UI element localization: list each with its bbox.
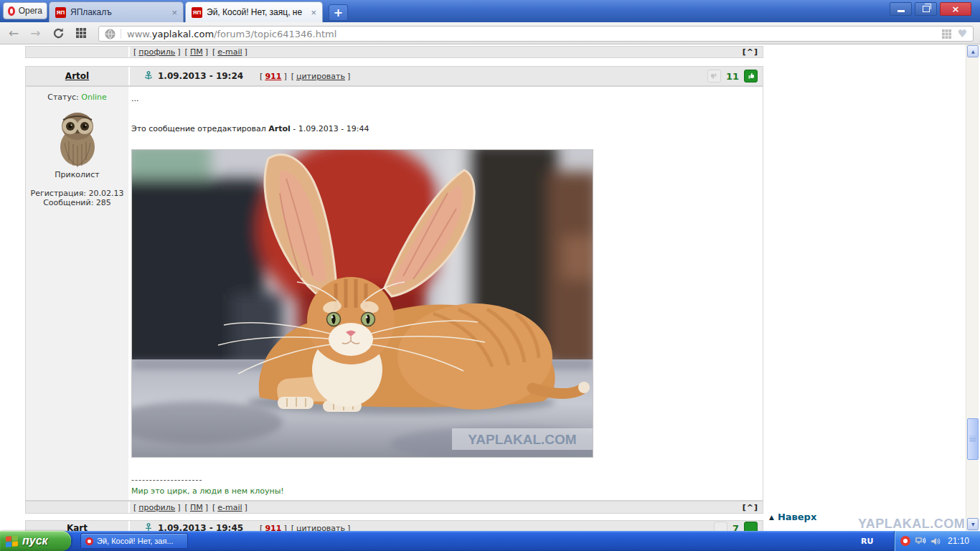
email-link[interactable]: e-mail — [217, 47, 242, 57]
tab-close-icon[interactable]: × — [171, 8, 177, 17]
minimize-button[interactable] — [890, 2, 912, 16]
bracket: ] — [245, 47, 248, 57]
back-to-top-link[interactable]: ▲ Наверх — [769, 512, 816, 522]
user-messages: Сообщений: 285 — [26, 198, 128, 207]
post-anchor-icon[interactable] — [144, 71, 153, 81]
post-author-link[interactable]: Kart — [67, 523, 88, 531]
post-number-link[interactable]: 911 — [265, 524, 281, 532]
back-button[interactable]: ← — [9, 27, 19, 39]
status-label: Статус: — [47, 93, 79, 102]
thumb-down-icon — [710, 72, 718, 80]
user-title: Приколист — [26, 170, 128, 179]
site-watermark: YAPLAKAL.COM — [858, 517, 965, 531]
restore-icon — [923, 6, 930, 12]
reload-button[interactable] — [52, 27, 65, 39]
speed-dial-button[interactable] — [76, 28, 86, 38]
address-divider — [121, 29, 121, 39]
signature-divider: -------------------- — [131, 476, 763, 484]
thumb-up-button[interactable] — [744, 70, 758, 83]
address-bar[interactable]: www.yaplakal.com/forum3/topic641346.html… — [98, 26, 974, 42]
bracket: ] — [205, 47, 208, 57]
opera-task-icon — [85, 537, 93, 545]
bracket: [ — [212, 47, 215, 57]
post-image-cat-rabbit[interactable]: YAPLAKAL.COM — [131, 149, 593, 458]
window-controls: × — [890, 2, 971, 16]
scroll-down-icon: ▼ — [971, 522, 975, 527]
user-registration: Регистрация: 20.02.13 — [26, 189, 128, 198]
quote-link[interactable]: цитировать — [296, 72, 345, 81]
tab-yaplakal[interactable]: ЯП ЯПлакалъ × — [49, 1, 184, 22]
quote-link[interactable]: цитировать — [296, 524, 345, 532]
bookmark-heart-icon[interactable]: ♥ — [958, 27, 967, 40]
volume-tray-icon[interactable] — [930, 535, 941, 547]
bracket: [ — [185, 503, 188, 512]
thumb-up-button[interactable] — [744, 522, 758, 531]
reload-icon — [52, 27, 65, 39]
bracket: ] — [245, 503, 248, 512]
post-date: 1.09.2013 - 19:24 — [158, 71, 243, 81]
taskbar-task-opera[interactable]: Эй, Косой! Нет, зая... — [80, 533, 188, 549]
pm-link[interactable]: ПМ — [190, 503, 203, 512]
network-tray-icon[interactable] — [915, 535, 926, 547]
tab-close-icon[interactable]: × — [311, 8, 316, 17]
page-viewport: [профиль] [ПМ] [e-mail] [^] Artol 1.09.2… — [0, 44, 966, 531]
grid-icon — [76, 28, 86, 38]
post-date: 1.09.2013 - 19:45 — [158, 523, 243, 531]
bracket: [ — [212, 503, 215, 512]
up-triangle-icon: ▲ — [769, 514, 774, 521]
post-body: Статус: Online — [25, 86, 763, 501]
post-author-link[interactable]: Artol — [65, 71, 89, 81]
bracket: ] — [177, 47, 180, 57]
scrollbar-thumb[interactable] — [967, 418, 979, 460]
new-tab-button[interactable]: + — [329, 4, 348, 21]
next-post-header: Kart 1.09.2013 - 19:45 [911] [цитировать… — [25, 520, 763, 531]
close-button[interactable]: × — [940, 2, 971, 16]
post-rating: 11 — [707, 70, 758, 83]
scroll-top-button[interactable]: [^] — [743, 503, 758, 512]
tab-favicon: ЯП — [55, 7, 66, 18]
profile-link[interactable]: профиль — [138, 503, 175, 512]
thumb-down-button[interactable] — [707, 70, 721, 83]
email-link[interactable]: e-mail — [217, 503, 242, 512]
taskbar-clock[interactable]: 21:10 — [948, 536, 969, 546]
restore-button[interactable] — [915, 2, 937, 16]
signature: Мир это цирк, а люди в нем клоуны! — [131, 486, 763, 496]
post-text: ... — [131, 94, 763, 104]
scrollbar-up-button[interactable]: ▲ — [967, 45, 979, 57]
toolbar: ← → www.yaplakal.com/forum3/topic641346.… — [0, 22, 980, 44]
tab-topic[interactable]: ЯП Эй, Косой! Нет, заяц, не × — [185, 1, 323, 22]
close-icon: × — [952, 4, 960, 14]
post-anchor-icon[interactable] — [144, 523, 153, 531]
thumb-down-button[interactable] — [714, 522, 727, 531]
opera-menu-button[interactable]: Opera — [3, 2, 47, 19]
scrollbar[interactable]: ▲ ▼ — [966, 44, 979, 531]
globe-icon — [105, 29, 116, 39]
profile-link[interactable]: профиль — [138, 47, 175, 57]
scroll-top-button[interactable]: [^] — [743, 47, 758, 57]
pm-link[interactable]: ПМ — [190, 47, 203, 57]
thumb-up-icon — [747, 72, 755, 80]
forward-button[interactable]: → — [30, 27, 40, 39]
rating-value: 7 — [732, 523, 739, 532]
url-path: /forum3/topic641346.html — [214, 29, 336, 39]
windows-logo-icon — [6, 535, 18, 547]
tile-grid-icon[interactable] — [942, 29, 951, 39]
prev-post-footer: [профиль] [ПМ] [e-mail] [^] — [25, 46, 763, 58]
bracket: [ — [185, 47, 188, 57]
tab-title: ЯПлакалъ — [70, 7, 166, 17]
post-number-link[interactable]: 911 — [265, 72, 281, 81]
avatar[interactable] — [55, 110, 100, 167]
bracket: ] — [205, 503, 208, 512]
prev-post-footer-links: [профиль] [ПМ] [e-mail] [^] — [130, 47, 763, 57]
screen: Opera ЯП ЯПлакалъ × ЯП Эй, Косой! Нет, з… — [0, 0, 980, 551]
opera-tray-icon[interactable] — [900, 536, 910, 546]
tab-title: Эй, Косой! Нет, заяц, не — [207, 7, 305, 17]
start-button[interactable]: пуск — [0, 531, 71, 551]
system-tray: 21:10 — [894, 531, 980, 551]
language-indicator[interactable]: RU — [861, 531, 873, 551]
post-rating: 7 — [714, 522, 758, 531]
bracket: ] — [177, 503, 180, 512]
tab-favicon: ЯП — [192, 7, 202, 18]
scrollbar-down-button[interactable]: ▼ — [967, 518, 979, 530]
edited-author: Artol — [268, 124, 291, 133]
